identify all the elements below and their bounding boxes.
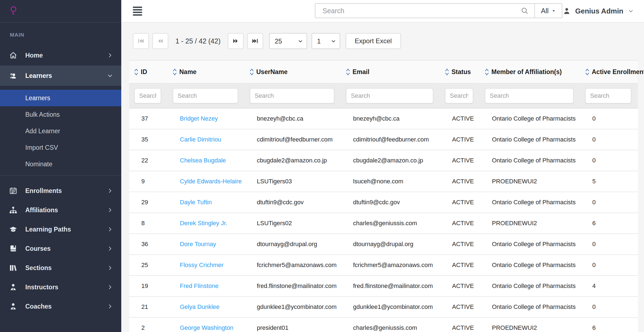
chevron-down-icon [107,73,113,79]
search-scope-dropdown[interactable]: All [535,4,562,18]
sidebar-item-coaches[interactable]: Coaches [0,297,121,316]
sidebar-item-affiliations[interactable]: Affiliations [0,200,121,220]
learners-table-wrap: IDNameUserNameEmailStatusMember of Affil… [129,60,638,332]
filter-cell-active-enrollments [580,83,638,108]
filter-input-email[interactable] [346,88,433,104]
sidebar-item-learners[interactable]: Learners [0,66,121,86]
learner-link[interactable]: Fred Flinstone [180,282,219,289]
sidebar-subitem-add-learner[interactable]: Add Learner [0,123,121,139]
table-row: 21Gelya Dunkleegdunklee1@ycombinator.com… [129,296,638,317]
column-header-username[interactable]: UserName [245,60,341,83]
book-icon [9,244,17,253]
sidebar-item-label: Learners [25,72,107,80]
sitemap-icon [9,206,17,214]
sidebar-subitem-bulk-actions[interactable]: Bulk Actions [0,106,121,123]
filter-input-username[interactable] [250,88,334,104]
last-page-button[interactable] [247,33,263,49]
sidebar-menu: HomeLearnersLearnersBulk ActionsAdd Lear… [0,45,121,316]
learner-link[interactable]: Bridget Nezey [180,115,218,122]
chevron-right-icon [107,246,113,252]
cell-affiliations: Ontario College of Pharmacists [480,129,580,150]
search-input[interactable] [315,4,518,18]
table-row: 25Flossy Crichmerfcrichmer5@amazonaws.co… [129,255,638,276]
sidebar-item-enrollments[interactable]: Enrollments [0,181,121,200]
cell-name: Dore Tournay [168,234,245,255]
column-header-label: Member of Affiliation(s) [491,68,562,76]
next-page-button[interactable] [228,33,244,49]
user-name: Genius Admin [575,7,623,15]
sidebar-item-home[interactable]: Home [0,45,121,66]
sidebar-item-instructors[interactable]: Instructors [0,277,121,297]
brand-logo[interactable] [0,0,121,23]
filter-input-name[interactable] [173,88,238,104]
prev-page-button[interactable] [152,33,168,49]
learner-link[interactable]: Carlie Dimitriou [180,136,221,143]
graduation-cap-icon [9,225,17,233]
learner-link[interactable]: Flossy Crichmer [180,262,224,268]
table-row: 35Carlie Dimitrioucdimitriouf@feedburner… [129,129,638,150]
sort-icon [585,68,589,76]
user-tie-icon [9,283,17,291]
users-icon [9,72,17,80]
cell-id: 2 [129,317,168,332]
sidebar-subitem-nominate[interactable]: Nominate [0,156,121,172]
sidebar-item-label: Enrollments [25,187,107,195]
sidebar-item-sections[interactable]: Sections [0,258,121,277]
learner-link[interactable]: Dore Tournay [180,241,216,247]
cell-affiliations: PROEDNEWUI2 [480,317,580,332]
column-header-label: Email [353,68,369,76]
filter-input-id[interactable] [134,88,161,104]
column-header-status[interactable]: Status [440,60,480,83]
page-size-select[interactable]: 25 [270,34,307,48]
cell-username: LSUTigers02 [245,213,341,234]
cell-affiliations: Ontario College of Pharmacists [480,276,580,296]
learner-link[interactable]: Dayle Tuftin [180,199,212,206]
cell-username: president01 [245,317,341,332]
sidebar-item-label: Learning Paths [25,226,107,233]
first-page-button[interactable] [133,33,149,49]
cell-email: fred.flinstone@mailinator.com [341,276,440,296]
global-search-group: All [315,3,562,18]
sidebar-subitem-import-csv[interactable]: Import CSV [0,139,121,156]
filter-input-status[interactable] [445,88,473,104]
cell-username: fred.flinstone@mailinator.com [245,276,341,296]
export-excel-button[interactable]: Export Excel [346,33,401,49]
cell-name: Carlie Dimitriou [168,129,245,150]
column-header-member-of-affiliation-s[interactable]: Member of Affiliation(s) [480,60,580,83]
table-row: 29Dayle Tuftindtuftin9@cdc.govdtuftin9@c… [129,192,638,213]
sidebar-item-label: Coaches [25,303,107,310]
chevron-right-icon [107,303,113,309]
chevron-right-icon [107,52,113,58]
cell-status: ACTIVE [440,276,480,296]
sidebar-subitem-learners[interactable]: Learners [0,90,121,106]
search-icon[interactable] [518,7,534,15]
learner-link[interactable]: George Washington [180,324,233,331]
learner-link[interactable]: Derek Stingley Jr. [180,220,227,227]
column-header-active-enrollments[interactable]: Active Enrollments [580,60,638,83]
column-header-id[interactable]: ID [129,60,168,83]
cell-status: ACTIVE [440,129,480,150]
filter-input-member-of-affiliation-s[interactable] [485,88,574,104]
cell-affiliations: Ontario College of Pharmacists [480,108,580,129]
page-number-select[interactable]: 1 [312,34,340,48]
pagination-toolbar: 1 - 25 / 42 (42) 25 1 Export Excel [133,33,644,49]
learner-link[interactable]: Gelya Dunklee [180,303,219,310]
cell-active-enrollments: 0 [580,129,638,150]
sidebar-item-learning-paths[interactable]: Learning Paths [0,220,121,239]
menu-toggle-button[interactable] [132,6,143,17]
filter-input-active-enrollments[interactable] [585,88,631,104]
cell-username: LSUTigers03 [245,171,341,192]
user-menu[interactable]: Genius Admin [563,0,634,22]
cell-affiliations: PROEDNEWUI2 [480,171,580,192]
table-row: 36Dore Tournaydtournayg@drupal.orgdtourn… [129,234,638,255]
column-header-name[interactable]: Name [168,60,245,83]
cell-name: Chelsea Bugdale [168,150,245,171]
column-header-email[interactable]: Email [341,60,440,83]
learner-link[interactable]: Chelsea Bugdale [180,157,226,164]
cell-affiliations: Ontario College of Pharmacists [480,255,580,276]
cell-email: fcrichmer5@amazonaws.com [341,255,440,276]
cell-name: Gelya Dunklee [168,296,245,317]
sidebar-item-courses[interactable]: Courses [0,239,121,258]
learner-link[interactable]: Cylde Edwards-Helaire [180,178,242,185]
cell-status: ACTIVE [440,150,480,171]
